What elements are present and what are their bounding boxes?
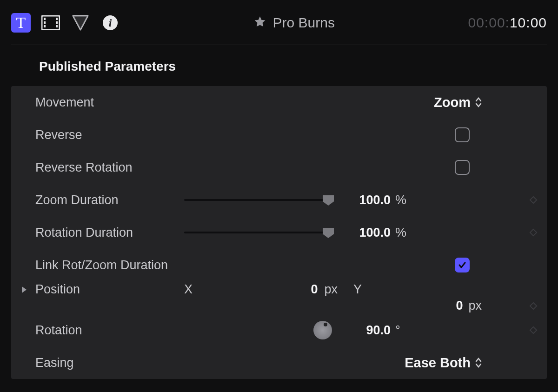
rotation-duration-label: Rotation Duration — [35, 226, 184, 240]
param-row-easing: Easing Ease Both — [20, 346, 538, 379]
movement-dropdown[interactable]: Zoom — [338, 95, 482, 110]
info-inspector-tab[interactable]: i — [100, 13, 120, 33]
check-icon — [458, 260, 467, 270]
rotation-dial[interactable] — [313, 321, 332, 339]
position-disclosure[interactable] — [20, 286, 35, 294]
position-y-unit: px — [466, 299, 482, 313]
position-label: Position — [35, 282, 184, 297]
inspector-header: T i Pro Burns 00:00:10:00 — [11, 10, 547, 35]
zoom-duration-label: Zoom Duration — [35, 193, 184, 207]
svg-rect-2 — [44, 21, 46, 24]
zoom-duration-unit: % — [393, 193, 421, 207]
reverse-checkbox[interactable] — [455, 127, 470, 142]
rotation-duration-keyframe[interactable] — [519, 228, 538, 237]
svg-rect-4 — [56, 18, 58, 20]
timecode-display: 00:00:10:00 — [468, 15, 547, 31]
svg-rect-10 — [530, 229, 537, 236]
svg-text:i: i — [109, 17, 112, 29]
param-row-movement: Movement Zoom — [20, 86, 538, 119]
param-row-reverse: Reverse — [20, 119, 538, 151]
reverse-rotation-checkbox[interactable] — [455, 160, 470, 175]
rotation-duration-value[interactable]: 100.0 — [338, 226, 393, 240]
clip-title: Pro Burns — [273, 15, 335, 31]
reverse-rotation-label: Reverse Rotation — [35, 160, 184, 175]
easing-dropdown[interactable]: Ease Both — [338, 355, 482, 371]
section-title: Published Parameters — [11, 45, 547, 86]
param-row-rotation-duration: Rotation Duration 100.0 % — [20, 216, 538, 249]
easing-label: Easing — [35, 356, 184, 370]
svg-rect-6 — [56, 25, 58, 27]
favorite-star-icon[interactable] — [253, 15, 266, 30]
zoom-duration-value[interactable]: 100.0 — [338, 193, 393, 207]
chevron-updown-icon — [475, 97, 482, 108]
position-keyframe[interactable] — [519, 302, 538, 310]
rotation-unit: ° — [393, 323, 421, 338]
position-x-value[interactable]: 0 — [311, 282, 318, 297]
position-x-unit: px — [322, 282, 338, 297]
svg-rect-9 — [530, 197, 537, 203]
position-y-label: Y — [353, 282, 362, 297]
svg-rect-11 — [530, 302, 537, 309]
parameters-panel: Movement Zoom Reverse Reverse Rotation — [11, 86, 547, 379]
svg-rect-12 — [530, 327, 537, 333]
svg-rect-3 — [44, 25, 46, 27]
rotation-label: Rotation — [35, 323, 184, 338]
rotation-duration-slider[interactable] — [184, 226, 338, 239]
param-row-link-rot-zoom: Link Rot/Zoom Duration — [20, 249, 538, 281]
svg-rect-5 — [56, 21, 58, 24]
position-y-value[interactable]: 0 — [456, 299, 463, 313]
link-rot-zoom-checkbox[interactable] — [455, 258, 470, 272]
svg-rect-1 — [44, 18, 46, 20]
zoom-duration-slider[interactable] — [184, 194, 338, 206]
param-row-rotation: Rotation 90.0 ° — [20, 314, 538, 346]
zoom-duration-keyframe[interactable] — [519, 196, 538, 204]
param-row-zoom-duration: Zoom Duration 100.0 % — [20, 184, 538, 216]
text-inspector-tab[interactable]: T — [11, 13, 31, 33]
param-row-position: Position X 0 px Y 0 px — [20, 281, 538, 314]
rotation-keyframe[interactable] — [519, 326, 538, 334]
reverse-label: Reverse — [35, 128, 184, 142]
movement-label: Movement — [35, 95, 184, 110]
rotation-value[interactable]: 90.0 — [338, 323, 393, 338]
chevron-updown-icon — [475, 357, 482, 368]
video-inspector-tab[interactable] — [41, 13, 60, 33]
link-rot-zoom-label: Link Rot/Zoom Duration — [35, 258, 338, 272]
triangle-inspector-tab[interactable] — [71, 13, 90, 33]
position-x-label: X — [184, 282, 193, 297]
rotation-duration-unit: % — [393, 226, 421, 240]
param-row-reverse-rotation: Reverse Rotation — [20, 151, 538, 184]
